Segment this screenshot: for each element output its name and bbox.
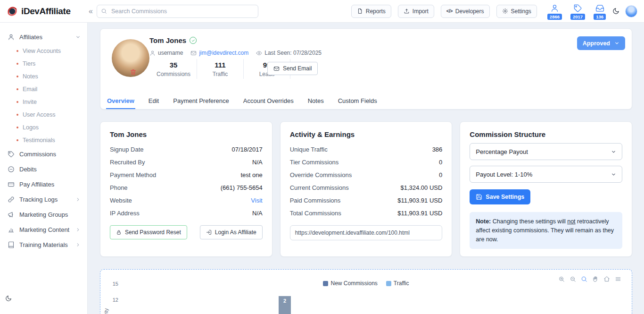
- save-settings-button[interactable]: Save Settings: [470, 189, 530, 204]
- website-visit-link[interactable]: Visit: [251, 197, 262, 204]
- person-circle-icon: [149, 50, 156, 56]
- sidebar-item-marketing-content[interactable]: Marketing Content: [0, 222, 87, 237]
- row-value: N/A: [252, 210, 263, 217]
- row-value: 0: [439, 159, 442, 166]
- tab-notes[interactable]: Notes: [307, 93, 325, 109]
- affiliate-email-link[interactable]: jim@idevdirect.com: [199, 50, 248, 56]
- import-button[interactable]: Import: [398, 5, 434, 18]
- row-label: Phone: [110, 184, 128, 191]
- bar-chart-icon: [8, 226, 15, 233]
- payout-level-select[interactable]: Payout Level: 1-10%: [470, 166, 622, 183]
- row-value: 386: [432, 146, 443, 153]
- developers-button[interactable]: </> Developers: [441, 5, 490, 18]
- book-icon: [8, 241, 15, 248]
- reports-button[interactable]: Reports: [351, 5, 391, 18]
- stat-label: Traffic: [200, 71, 240, 77]
- tab-custom-fields[interactable]: Custom Fields: [337, 93, 378, 109]
- bullet-icon: [17, 88, 18, 90]
- verified-check-icon: [190, 37, 197, 44]
- sidebar-collapse-button[interactable]: «: [89, 7, 93, 16]
- idevaffiliate-app: iDevAffiliate « Reports Import </> Devel…: [0, 0, 644, 314]
- button-label: Login As Affiliate: [215, 229, 256, 236]
- sidebar-item-pay-affiliates[interactable]: Pay Affiliates: [0, 177, 87, 192]
- sidebar-item-view-accounts[interactable]: View Accounts: [0, 44, 87, 57]
- affiliates-counter[interactable]: 2866: [547, 4, 562, 20]
- login-as-affiliate-button[interactable]: Login As Affiliate: [200, 225, 263, 239]
- tab-edit[interactable]: Edit: [148, 93, 160, 109]
- row-label: Current Commissions: [290, 184, 349, 191]
- payout-type-select[interactable]: Percentage Payout: [470, 143, 622, 160]
- sidebar-item-tiers[interactable]: Tiers: [0, 57, 87, 70]
- tab-payment-preference[interactable]: Payment Preference: [172, 93, 230, 109]
- commissions-counter[interactable]: 2017: [570, 4, 585, 20]
- legend-label: Traffic: [394, 280, 409, 287]
- person-icon: [8, 34, 15, 41]
- sidebar-item-email[interactable]: Email: [0, 83, 87, 95]
- logo[interactable]: iDevAffiliate: [0, 6, 88, 17]
- username-item: username: [149, 50, 183, 56]
- bullet-icon: [17, 76, 18, 77]
- sidebar-label: Marketing Groups: [19, 211, 68, 218]
- selected-payout-level: Payout Level: 1-10%: [476, 171, 532, 178]
- sidebar-label: Marketing Content: [19, 226, 69, 233]
- card-title: Commission Structure: [470, 130, 622, 138]
- sidebar-item-debits[interactable]: Debits: [0, 161, 87, 177]
- sidebar-item-notes[interactable]: Notes: [0, 70, 87, 83]
- sidebar-item-affiliates[interactable]: Affiliates: [0, 29, 87, 44]
- import-label: Import: [413, 8, 429, 15]
- legend-new-commissions[interactable]: New Commissions: [323, 280, 377, 287]
- delete-affiliate-button[interactable]: [130, 68, 137, 76]
- search-input[interactable]: [97, 5, 258, 18]
- sidebar-item-logos[interactable]: Logos: [0, 121, 87, 134]
- sidebar-item-marketing-groups[interactable]: Marketing Groups: [0, 207, 87, 222]
- tag-icon: [8, 151, 15, 158]
- button-label: Save Settings: [486, 194, 524, 200]
- sidebar-item-testimonials[interactable]: Testimonials: [0, 134, 87, 146]
- sidebar-item-user-access[interactable]: User Access: [0, 108, 87, 121]
- bullet-icon: [17, 63, 18, 65]
- theme-toggle-bottom[interactable]: [5, 295, 12, 302]
- stat-value: 111: [200, 61, 240, 69]
- person-icon: [550, 4, 559, 13]
- sidebar-item-tracking-logs[interactable]: Tracking Logs: [0, 192, 87, 207]
- status-dropdown-button[interactable]: Approved: [577, 36, 625, 50]
- send-password-reset-button[interactable]: Send Password Reset: [110, 225, 187, 239]
- main-content: Tom Jones username jim@idevdirect.com La…: [88, 23, 644, 314]
- affiliates-count-badge: 2866: [547, 14, 562, 20]
- inbox-counter[interactable]: 136: [594, 4, 606, 20]
- settings-button[interactable]: Settings: [496, 5, 537, 18]
- bar-new-commissions[interactable]: 2: [279, 296, 291, 314]
- sidebar-item-training-materials[interactable]: Training Materials: [0, 237, 87, 252]
- last-seen-item: Last Seen: 07/28/2025: [256, 50, 322, 56]
- topbar: iDevAffiliate « Reports Import </> Devel…: [0, 0, 644, 23]
- divider: [197, 59, 197, 79]
- row-value: $11,903.91 USD: [397, 210, 442, 217]
- selected-payout-type: Percentage Payout: [476, 148, 528, 155]
- sidebar-item-commissions[interactable]: Commissions: [0, 146, 87, 161]
- chevron-down-icon: [614, 41, 619, 46]
- user-avatar[interactable]: [625, 5, 637, 17]
- legend-label: New Commissions: [330, 280, 377, 287]
- tab-account-overrides[interactable]: Account Overrides: [242, 93, 295, 109]
- row-label: IP Address: [110, 210, 140, 217]
- overview-cards: Tom Jones Signup Date07/18/2017 Recruite…: [100, 121, 632, 257]
- save-icon: [476, 194, 482, 200]
- sidebar-sub-label: Logos: [23, 124, 39, 131]
- card-title: Activity & Earnings: [290, 130, 443, 138]
- send-email-button[interactable]: Send Email: [267, 62, 318, 75]
- bar-data-label: 2: [279, 298, 291, 304]
- tab-overview[interactable]: Overview: [106, 93, 135, 109]
- legend-traffic[interactable]: Traffic: [386, 280, 409, 287]
- affiliate-link-box[interactable]: https://development.idevaffiliate.com/10…: [290, 225, 443, 240]
- sidebar-label: Commissions: [19, 151, 56, 158]
- row-label: Total Commissions: [290, 210, 341, 217]
- bullet-icon: [17, 127, 18, 128]
- sidebar-sub-label: Invite: [23, 99, 37, 105]
- sidebar-sub-label: View Accounts: [23, 48, 61, 54]
- dark-mode-toggle[interactable]: [612, 8, 619, 15]
- sidebar-item-invite[interactable]: Invite: [0, 95, 87, 108]
- developers-label: Developers: [455, 8, 484, 15]
- chart-legend: New Commissions Traffic: [100, 280, 632, 287]
- trash-icon: [130, 68, 137, 76]
- megaphone-icon: [8, 211, 15, 218]
